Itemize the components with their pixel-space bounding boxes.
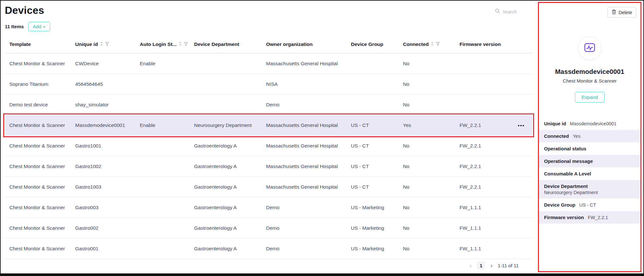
toolbar: 11 Items Add + xyxy=(5,22,50,31)
row-actions-menu[interactable]: ••• xyxy=(518,122,525,128)
device-field-operational-status: Operational status xyxy=(539,142,640,155)
table-cell: No xyxy=(398,81,455,87)
field-value: FW_2.2.1 xyxy=(588,215,608,220)
table-row[interactable]: Chest Monitor & ScannerGastro1003Gastroe… xyxy=(5,177,532,197)
table-cell: Gastroenterology A xyxy=(190,225,262,231)
field-label: Firmware version xyxy=(544,215,584,220)
devices-screen: Devices Search 11 Items Add + TemplateUn… xyxy=(0,0,644,276)
field-label: Connected xyxy=(544,133,569,139)
search-icon xyxy=(495,8,500,15)
filter-icon[interactable] xyxy=(105,41,109,47)
field-label: Unique id xyxy=(544,121,566,126)
table-cell: Chest Monitor & Scanner xyxy=(5,122,71,128)
table-row[interactable]: Chest Monitor & ScannerGastro001Gastroen… xyxy=(5,238,532,259)
table-cell: Demo xyxy=(262,225,346,231)
table-cell: Gastro003 xyxy=(71,205,135,210)
table-cell: Massdemodevice0001 xyxy=(71,122,135,128)
table-cell: No xyxy=(398,61,455,67)
field-label: Consumable A Level xyxy=(544,171,591,176)
table-cell: Chest Monitor & Scanner xyxy=(5,143,71,149)
column-header-unique-id[interactable]: Unique id xyxy=(71,41,135,47)
filter-icon[interactable] xyxy=(184,41,188,47)
table-cell: Chest Monitor & Scanner xyxy=(5,184,71,190)
table-cell: No xyxy=(398,225,455,231)
column-label: Connected xyxy=(403,41,429,47)
column-label: Owner organization xyxy=(266,41,313,47)
table-cell: No xyxy=(398,246,455,252)
table-cell: FW_1.1.1 xyxy=(455,246,532,252)
sort-icon[interactable] xyxy=(431,41,434,47)
prev-page-button[interactable]: ‹ xyxy=(470,262,472,269)
device-type: Chest Monitor & Scanner xyxy=(539,78,640,84)
device-field-device-department: Device DepartmentNeurosurgery Department xyxy=(539,180,640,199)
delete-button[interactable]: Delete xyxy=(607,7,636,18)
device-field-connected: ConnectedYes xyxy=(539,130,640,142)
main-area: Devices Search 11 Items Add + TemplateUn… xyxy=(1,1,537,273)
table-row[interactable]: Chest Monitor & ScannerGastro002Gastroen… xyxy=(5,218,532,238)
table-cell: Soprano Titanium xyxy=(5,81,71,87)
table-cell: FW_2.2.1 xyxy=(455,164,532,169)
table-cell: No xyxy=(398,143,455,149)
device-name: Massdemodevice0001 xyxy=(539,68,640,76)
table-cell: Gastro002 xyxy=(71,225,135,231)
table-cell: Demo test device xyxy=(5,102,71,108)
expand-button[interactable]: Expand xyxy=(575,92,605,102)
table-cell: Enable xyxy=(135,61,190,67)
add-button[interactable]: Add + xyxy=(28,22,50,31)
table-cell: No xyxy=(398,205,455,210)
table-cell: Demo xyxy=(262,246,346,252)
search-box[interactable]: Search xyxy=(495,8,517,15)
table-row[interactable]: Chest Monitor & ScannerMassdemodevice000… xyxy=(5,115,532,136)
table-cell: FW_1.1.1 xyxy=(455,205,532,210)
table-row[interactable]: Chest Monitor & ScannerGastro1001Gastroe… xyxy=(5,136,532,156)
table-row[interactable]: Chest Monitor & ScannerGastro1002Gastroe… xyxy=(5,156,532,177)
table-cell: Chest Monitor & Scanner xyxy=(5,205,71,210)
table-cell: US - Marketing xyxy=(346,205,398,210)
search-placeholder: Search xyxy=(503,9,517,14)
filter-icon[interactable] xyxy=(436,41,440,47)
pagination: ‹ 1 › 1-11 of 11 xyxy=(470,261,519,270)
table-header-row: TemplateUnique idAuto Login St...Device … xyxy=(5,35,532,53)
table-row[interactable]: Chest Monitor & ScannerGastro003Gastroen… xyxy=(5,197,532,218)
column-header-device-department: Device Department xyxy=(190,41,262,47)
device-field-operational-message: Operational message xyxy=(539,155,640,167)
column-label: Template xyxy=(9,41,31,47)
table-cell: US - CT xyxy=(346,164,398,169)
table-cell: Gastro001 xyxy=(71,246,135,252)
column-label: Unique id xyxy=(75,41,98,47)
table-row[interactable]: Soprano Titanium4564564645NISANo xyxy=(5,74,532,94)
delete-button-label: Delete xyxy=(619,10,632,15)
table-cell: Gastroenterology A xyxy=(190,164,262,169)
sort-icon[interactable] xyxy=(179,41,182,47)
current-page[interactable]: 1 xyxy=(477,261,485,270)
table-cell: Enable xyxy=(135,122,190,128)
sort-icon[interactable] xyxy=(100,41,103,47)
table-row[interactable]: Demo test deviceshay_simulatorDemoNo xyxy=(5,94,532,115)
field-value: Yes xyxy=(573,134,581,139)
device-fields-list: Unique idMassdemodevice0001ConnectedYesO… xyxy=(539,117,640,224)
table-cell: FW_1.1.1 xyxy=(455,225,532,231)
table-cell: No xyxy=(398,184,455,190)
page-title: Devices xyxy=(5,4,44,16)
table-cell: Demo xyxy=(262,102,346,108)
table-cell: US - CT xyxy=(346,143,398,149)
device-field-unique-id: Unique idMassdemodevice0001 xyxy=(539,117,640,130)
column-header-connected[interactable]: Connected xyxy=(398,41,455,47)
column-header-device-group: Device Group xyxy=(346,41,398,47)
table-cell: Massachusetts General Hospital xyxy=(262,184,346,190)
table-cell: Demo xyxy=(262,205,346,210)
device-avatar xyxy=(578,36,602,60)
table-body: Chest Monitor & ScannerCWDeviceEnableMas… xyxy=(5,53,532,259)
table-cell: NISA xyxy=(262,81,346,87)
field-value: US - CT xyxy=(579,202,596,208)
field-label: Operational status xyxy=(544,146,586,151)
page-range-label: 1-11 of 11 xyxy=(498,263,519,268)
table-cell: Chest Monitor & Scanner xyxy=(5,246,71,252)
table-cell: Neurosurgery Department xyxy=(190,122,262,128)
table-row[interactable]: Chest Monitor & ScannerCWDeviceEnableMas… xyxy=(5,53,532,74)
next-page-button[interactable]: › xyxy=(490,262,493,269)
table-cell: FW_2.2.1 xyxy=(455,184,532,190)
table-cell: US - CT xyxy=(346,122,398,128)
column-header-auto-login-st[interactable]: Auto Login St... xyxy=(135,41,190,47)
field-label: Operational message xyxy=(544,158,593,164)
